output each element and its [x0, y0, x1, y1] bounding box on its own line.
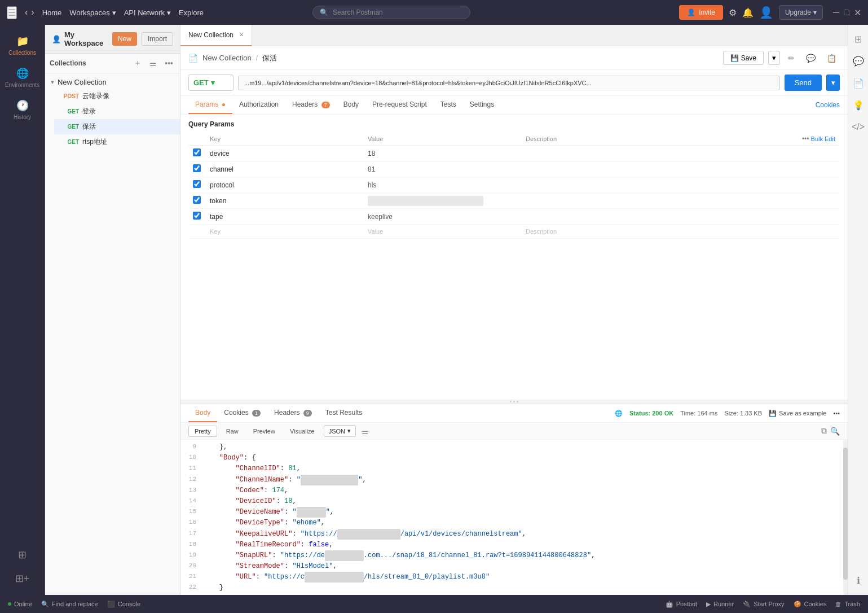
- param-key[interactable]: channel: [210, 165, 233, 173]
- collection-root[interactable]: ▼ New Collection: [45, 76, 180, 89]
- filter-icon[interactable]: ⚌: [147, 58, 159, 69]
- url-input[interactable]: [238, 76, 780, 90]
- response-code[interactable]: 9 }, 10 "Body": { 11 "ChannelID": 81, 12…: [180, 440, 848, 595]
- upgrade-button[interactable]: Upgrade ▾: [779, 5, 823, 20]
- sidebar-item-environments[interactable]: 🌐 Environments: [0, 62, 45, 94]
- list-item[interactable]: GET rtsp地址: [54, 134, 180, 150]
- menu-icon[interactable]: ☰: [7, 6, 17, 19]
- tab-body[interactable]: Body: [337, 96, 365, 114]
- param-key-empty[interactable]: Key: [210, 228, 221, 235]
- param-value-blurred[interactable]: REDACTED TOKEN VALUE HERE: [368, 196, 483, 206]
- param-checkbox[interactable]: [193, 164, 201, 172]
- back-icon[interactable]: ‹: [25, 7, 28, 17]
- start-proxy-button[interactable]: 🔌 Start Proxy: [743, 601, 784, 608]
- maximize-icon[interactable]: □: [844, 7, 849, 18]
- param-value[interactable]: hls: [368, 181, 376, 189]
- save-dropdown-button[interactable]: ▾: [768, 51, 780, 65]
- comment-icon[interactable]: 💬: [803, 51, 819, 65]
- nav-explore[interactable]: Explore: [179, 8, 204, 17]
- console-button[interactable]: ⬛ Console: [107, 601, 140, 608]
- param-value[interactable]: 81: [368, 165, 375, 173]
- breadcrumb-collection[interactable]: New Collection: [202, 54, 252, 62]
- param-key[interactable]: token: [210, 197, 226, 205]
- param-key[interactable]: device: [210, 150, 230, 157]
- sidebar-item-add[interactable]: ⊞+: [12, 567, 33, 590]
- send-dropdown-button[interactable]: ▾: [826, 75, 840, 91]
- find-replace-button[interactable]: 🔍 Find and replace: [41, 601, 98, 608]
- comments-icon[interactable]: 💬: [851, 51, 866, 71]
- search-icon[interactable]: 🔍: [830, 426, 840, 436]
- new-button[interactable]: New: [112, 32, 137, 46]
- add-collection-icon[interactable]: ＋: [131, 57, 144, 69]
- runner-button[interactable]: ▶ Runner: [706, 601, 734, 608]
- edit-icon[interactable]: ✏: [785, 51, 798, 65]
- copy-icon[interactable]: ⧉: [821, 426, 827, 436]
- save-example-button[interactable]: 💾 Save as example: [769, 410, 826, 417]
- docs-icon[interactable]: 📄: [851, 73, 866, 93]
- nav-workspaces[interactable]: Workspaces ▾: [69, 8, 116, 17]
- invite-button[interactable]: 👤 Invite: [679, 5, 723, 20]
- info-icon[interactable]: ℹ: [854, 571, 862, 590]
- settings-icon[interactable]: ⚙: [729, 7, 737, 18]
- right-panel-icon[interactable]: ⊞: [852, 29, 864, 49]
- list-item[interactable]: POST 云端录像: [54, 89, 180, 104]
- param-key[interactable]: tape: [210, 213, 223, 221]
- tab-params[interactable]: Params ●: [188, 96, 232, 114]
- postbot-button[interactable]: 🤖 Postbot: [666, 601, 697, 608]
- method-select[interactable]: GET ▾: [188, 75, 233, 91]
- param-value-empty[interactable]: Value: [368, 228, 383, 235]
- send-button[interactable]: Send: [785, 75, 822, 91]
- more-options-icon[interactable]: •••: [162, 58, 175, 69]
- param-checkbox[interactable]: [193, 180, 201, 188]
- sidebar-item-history[interactable]: 🕐 History: [0, 94, 45, 126]
- trash-button[interactable]: 🗑 Trash: [835, 601, 860, 608]
- tab-settings[interactable]: Settings: [463, 96, 501, 114]
- param-key[interactable]: protocol: [210, 181, 234, 189]
- avatar-icon[interactable]: 👤: [759, 6, 773, 19]
- param-value[interactable]: 18: [368, 150, 375, 157]
- tab-pre-request[interactable]: Pre-request Script: [365, 96, 434, 114]
- tab-close-icon[interactable]: ✕: [239, 32, 244, 38]
- list-item-active[interactable]: GET 保活: [54, 119, 180, 134]
- cookies-button[interactable]: 🍪 Cookies: [794, 601, 827, 608]
- tab-headers[interactable]: Headers 7: [285, 96, 337, 114]
- fmt-pretty[interactable]: Pretty: [188, 426, 217, 437]
- nav-home[interactable]: Home: [42, 8, 62, 17]
- response-more-icon[interactable]: •••: [833, 410, 840, 417]
- resp-tab-test-results[interactable]: Test Results: [319, 404, 369, 422]
- resp-tab-body[interactable]: Body: [188, 404, 217, 422]
- json-format-selector[interactable]: JSON ▾: [324, 425, 356, 437]
- fmt-visualize[interactable]: Visualize: [284, 426, 320, 436]
- resp-tab-cookies[interactable]: Cookies 1: [217, 404, 267, 422]
- save-button[interactable]: 💾 Save: [723, 51, 764, 65]
- fmt-preview[interactable]: Preview: [248, 426, 281, 436]
- forward-icon[interactable]: ›: [31, 7, 34, 17]
- scroll-track[interactable]: [843, 440, 848, 595]
- doc-icon[interactable]: 📋: [823, 51, 840, 65]
- sidebar-item-apis[interactable]: ⊞: [12, 543, 33, 567]
- fmt-raw[interactable]: Raw: [221, 426, 244, 436]
- tab-item[interactable]: New Collection ✕: [180, 25, 252, 46]
- search-bar[interactable]: 🔍 Search Postman: [312, 6, 470, 19]
- nav-api-network[interactable]: API Network ▾: [124, 8, 171, 17]
- minimize-icon[interactable]: ─: [833, 7, 839, 18]
- lightbulb-icon[interactable]: 💡: [851, 95, 866, 115]
- tab-tests[interactable]: Tests: [434, 96, 463, 114]
- tab-authorization[interactable]: Authorization: [232, 96, 285, 114]
- cookies-link[interactable]: Cookies: [816, 101, 840, 109]
- param-checkbox[interactable]: [193, 148, 201, 156]
- bell-icon[interactable]: 🔔: [742, 7, 754, 18]
- param-checkbox[interactable]: [193, 212, 201, 220]
- close-icon[interactable]: ✕: [854, 7, 861, 18]
- code-icon[interactable]: </>: [849, 117, 867, 137]
- filter-icon[interactable]: ⚌: [362, 427, 369, 436]
- param-checkbox[interactable]: [193, 196, 201, 204]
- list-item[interactable]: GET 登录: [54, 104, 180, 119]
- resp-tab-headers[interactable]: Headers 9: [267, 404, 319, 422]
- breadcrumb-current[interactable]: 保活: [262, 53, 277, 63]
- sidebar-item-collections[interactable]: 📁 Collections: [0, 29, 45, 62]
- import-button[interactable]: Import: [142, 32, 173, 46]
- bulk-edit-link[interactable]: Bulk Edit: [811, 135, 835, 142]
- param-desc-empty[interactable]: Description: [526, 228, 557, 235]
- param-value[interactable]: keeplive: [368, 213, 393, 221]
